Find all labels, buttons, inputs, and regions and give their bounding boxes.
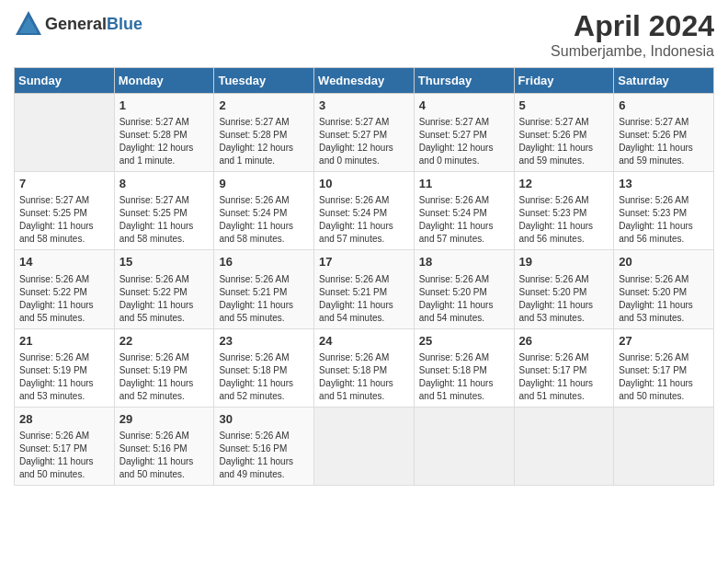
day-info: and 54 minutes. [419, 312, 510, 325]
day-info: Sunrise: 5:26 AM [319, 351, 410, 364]
calendar-cell: 24Sunrise: 5:26 AMSunset: 5:18 PMDayligh… [314, 328, 415, 407]
day-info: and 55 minutes. [219, 312, 310, 325]
day-info: Daylight: 11 hours [619, 220, 710, 233]
day-info: Sunrise: 5:26 AM [119, 430, 210, 442]
day-info: Sunrise: 5:27 AM [419, 116, 510, 129]
day-number: 24 [319, 333, 410, 350]
day-info: Daylight: 11 hours [619, 299, 710, 312]
day-info: Daylight: 12 hours [119, 142, 210, 155]
day-info: Sunset: 5:27 PM [419, 129, 510, 142]
calendar-table: SundayMondayTuesdayWednesdayThursdayFrid… [14, 67, 714, 486]
day-info: Sunrise: 5:26 AM [319, 273, 410, 286]
day-info: Daylight: 11 hours [119, 455, 210, 468]
logo-blue: Blue [107, 15, 142, 33]
day-info: and 53 minutes. [519, 312, 610, 325]
day-info: and 52 minutes. [219, 390, 310, 403]
calendar-cell: 10Sunrise: 5:26 AMSunset: 5:24 PMDayligh… [314, 172, 415, 250]
calendar-cell: 6Sunrise: 5:27 AMSunset: 5:26 PMDaylight… [614, 94, 714, 172]
day-info: Sunrise: 5:26 AM [419, 273, 510, 286]
day-info: and 1 minute. [119, 155, 210, 167]
day-info: Daylight: 11 hours [319, 377, 410, 390]
day-info: Daylight: 11 hours [119, 220, 210, 233]
day-info: Sunrise: 5:26 AM [119, 351, 210, 364]
day-info: Sunset: 5:19 PM [119, 364, 210, 377]
day-info: and 50 minutes. [19, 468, 110, 481]
day-number: 12 [519, 176, 610, 192]
day-number: 10 [319, 176, 410, 192]
day-info: Daylight: 11 hours [519, 299, 610, 312]
day-info: Sunrise: 5:26 AM [19, 430, 110, 442]
day-info: Daylight: 11 hours [219, 299, 310, 312]
day-info: Sunset: 5:20 PM [519, 286, 610, 299]
week-row-1: 1Sunrise: 5:27 AMSunset: 5:28 PMDaylight… [15, 94, 714, 172]
day-info: and 53 minutes. [19, 390, 110, 403]
day-info: Sunset: 5:25 PM [119, 207, 210, 220]
day-info: Sunrise: 5:26 AM [519, 194, 610, 207]
day-info: Daylight: 11 hours [519, 377, 610, 390]
calendar-cell: 5Sunrise: 5:27 AMSunset: 5:26 PMDaylight… [514, 94, 614, 172]
day-info: Sunset: 5:23 PM [519, 207, 610, 220]
weekday-header-tuesday: Tuesday [214, 68, 314, 94]
calendar-cell [514, 407, 614, 485]
calendar-cell: 28Sunrise: 5:26 AMSunset: 5:17 PMDayligh… [15, 407, 115, 485]
calendar-cell [15, 94, 115, 172]
day-number: 2 [219, 98, 310, 114]
day-info: and 51 minutes. [519, 390, 610, 403]
day-info: Sunrise: 5:26 AM [219, 194, 310, 207]
calendar-cell: 9Sunrise: 5:26 AMSunset: 5:24 PMDaylight… [214, 172, 314, 250]
calendar-cell: 20Sunrise: 5:26 AMSunset: 5:20 PMDayligh… [614, 250, 714, 328]
week-row-2: 7Sunrise: 5:27 AMSunset: 5:25 PMDaylight… [15, 172, 714, 250]
day-info: Sunrise: 5:26 AM [419, 194, 510, 207]
day-number: 16 [219, 254, 310, 270]
week-row-3: 14Sunrise: 5:26 AMSunset: 5:22 PMDayligh… [15, 250, 714, 328]
day-info: Daylight: 12 hours [219, 142, 310, 155]
calendar-cell: 27Sunrise: 5:26 AMSunset: 5:17 PMDayligh… [614, 328, 714, 407]
day-info: Sunset: 5:23 PM [619, 207, 710, 220]
day-info: Sunset: 5:22 PM [19, 286, 110, 299]
day-number: 4 [419, 98, 510, 114]
day-info: Sunset: 5:20 PM [619, 286, 710, 299]
day-info: Sunset: 5:19 PM [19, 364, 110, 377]
weekday-header-sunday: Sunday [15, 68, 115, 94]
day-info: Daylight: 11 hours [19, 455, 110, 468]
day-number: 29 [119, 411, 210, 428]
day-number: 22 [119, 333, 210, 350]
day-info: Sunrise: 5:26 AM [519, 273, 610, 286]
calendar-cell: 14Sunrise: 5:26 AMSunset: 5:22 PMDayligh… [15, 250, 115, 328]
day-number: 13 [619, 176, 710, 192]
day-info: Sunset: 5:22 PM [119, 286, 210, 299]
calendar-cell: 23Sunrise: 5:26 AMSunset: 5:18 PMDayligh… [214, 328, 314, 407]
day-info: and 50 minutes. [119, 468, 210, 481]
day-number: 7 [19, 176, 110, 192]
day-info: Daylight: 11 hours [119, 377, 210, 390]
day-info: and 59 minutes. [619, 155, 710, 167]
day-number: 23 [219, 333, 310, 350]
calendar-cell: 26Sunrise: 5:26 AMSunset: 5:17 PMDayligh… [514, 328, 614, 407]
day-number: 18 [419, 254, 510, 270]
day-info: Sunrise: 5:26 AM [119, 273, 210, 286]
logo: GeneralBlue [14, 9, 142, 39]
calendar-cell: 8Sunrise: 5:27 AMSunset: 5:25 PMDaylight… [114, 172, 214, 250]
day-number: 6 [619, 98, 710, 114]
day-number: 11 [419, 176, 510, 192]
logo-icon [14, 9, 43, 39]
weekday-header-thursday: Thursday [414, 68, 514, 94]
main-title: April 2024 [551, 9, 714, 43]
day-info: Daylight: 11 hours [19, 377, 110, 390]
day-info: and 56 minutes. [519, 233, 610, 246]
subtitle: Sumberjambe, Indonesia [551, 43, 714, 60]
day-info: Daylight: 11 hours [419, 299, 510, 312]
day-info: and 59 minutes. [519, 155, 610, 167]
day-info: and 57 minutes. [419, 233, 510, 246]
day-info: Sunrise: 5:27 AM [619, 116, 710, 129]
day-info: Daylight: 11 hours [219, 220, 310, 233]
calendar-cell: 1Sunrise: 5:27 AMSunset: 5:28 PMDaylight… [114, 94, 214, 172]
day-info: Daylight: 11 hours [519, 220, 610, 233]
day-info: Sunrise: 5:26 AM [19, 351, 110, 364]
day-info: Sunrise: 5:27 AM [319, 116, 410, 129]
day-info: and 58 minutes. [119, 233, 210, 246]
day-info: Daylight: 11 hours [519, 142, 610, 155]
calendar-cell: 7Sunrise: 5:27 AMSunset: 5:25 PMDaylight… [15, 172, 115, 250]
day-info: and 0 minutes. [419, 155, 510, 167]
day-number: 30 [219, 411, 310, 428]
